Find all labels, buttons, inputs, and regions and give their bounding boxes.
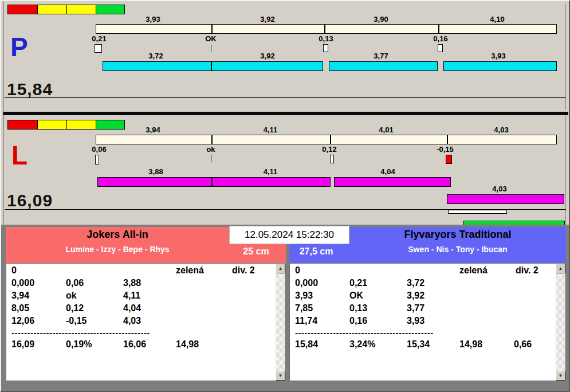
scroll-up-button[interactable]: ▲ xyxy=(276,264,285,273)
list-cell: 0,06 xyxy=(66,278,84,288)
lane-p-planned-label: 3,92 xyxy=(260,15,274,23)
list-total-cell: 16,09 xyxy=(11,339,34,350)
lane-p-deviation-label: 0,16 xyxy=(433,34,447,43)
list-cell: 0,21 xyxy=(349,278,367,288)
lane-l-planned-label: 4,11 xyxy=(264,126,278,134)
lane-l-pending-bar xyxy=(447,194,564,204)
list-total-cell: 16,06 xyxy=(123,339,146,350)
lane-l-actual-label: 3,88 xyxy=(148,167,163,176)
team-left-handicap: 25 cm xyxy=(230,246,282,257)
deviation-marker xyxy=(330,155,334,163)
bar-tick xyxy=(211,61,212,71)
list-cell: 11,74 xyxy=(295,316,317,326)
lane-l-pending-label: 4,03 xyxy=(492,185,506,193)
lane-p-actual-label: 3,93 xyxy=(491,52,505,60)
lane-p-actual-label: 3,77 xyxy=(374,52,388,60)
lane-l-deviation-label: 0,06 xyxy=(92,145,106,154)
colorbar-yellow-segment xyxy=(37,120,67,130)
lane-l-deviation-label: ok xyxy=(206,145,215,154)
colorbar-green-segment xyxy=(96,5,125,14)
bar-tick xyxy=(438,24,439,34)
lane-l-planned-label: 4,03 xyxy=(494,126,508,134)
list-cell: 4,11 xyxy=(123,291,140,301)
deviation-marker xyxy=(323,44,328,52)
list-total-cell: 0,66 xyxy=(514,339,532,350)
progress-white-bar xyxy=(448,210,507,214)
colorbar-red-segment xyxy=(7,120,38,130)
lane-p-actual-bar xyxy=(329,61,438,71)
list-total-cell: 14,98 xyxy=(459,339,482,350)
colorbar-yellow-segment xyxy=(37,5,67,14)
lane-p-actual-label: 3,72 xyxy=(148,52,163,60)
team-left-titles: Jokers All-in Lumine - Izzy - Bepe - Rhy… xyxy=(6,229,229,254)
team-right-listbox[interactable] xyxy=(289,263,566,381)
colorbar-green-segment xyxy=(96,120,125,130)
arrow-down-icon: ▼ xyxy=(278,373,283,378)
lane-p-deviation-label: 0,13 xyxy=(319,34,333,43)
lane-p-right-border xyxy=(565,3,566,109)
lane-p-planned-label: 3,90 xyxy=(374,15,388,23)
list-cell: 3,94 xyxy=(11,291,29,301)
lane-l-deviation-label: -0,15 xyxy=(437,145,454,154)
lane-p-planned-label: 4,10 xyxy=(490,15,504,23)
lane-l-total: 16,09 xyxy=(7,191,53,210)
list-cell: 8,05 xyxy=(11,303,29,313)
list-cell: ok xyxy=(66,291,77,301)
list-cell: 3,93 xyxy=(295,291,313,301)
list-cell: 12,06 xyxy=(11,316,34,326)
list-total-cell: 3,24% xyxy=(349,339,375,350)
bar-tick xyxy=(211,24,213,34)
team-left-listbox[interactable] xyxy=(6,263,286,381)
app-window: P 15,84 3,93 3,92 3,90 4,10 0,21 OK 0,13… xyxy=(0,0,570,392)
lane-p-deviation-label: OK xyxy=(205,34,217,43)
list-total-cell: 15,34 xyxy=(407,339,430,350)
scroll-up-button[interactable]: ▲ xyxy=(556,264,565,273)
scroll-down-button[interactable]: ▼ xyxy=(276,371,285,381)
team-right-titles: Flyvaryors Traditional Swen - Nis - Tony… xyxy=(349,229,566,254)
team-right-scrollbar[interactable]: ▲ ▼ xyxy=(556,264,565,381)
list-cell: 0,000 xyxy=(11,278,34,288)
lane-p-actual-bar xyxy=(443,61,557,71)
lane-p-total: 15,84 xyxy=(7,80,53,99)
list-cell: 4,03 xyxy=(123,316,141,326)
list-total-cell: 15,84 xyxy=(295,339,318,350)
list-cell: 4,04 xyxy=(123,303,141,313)
team-right-handicap: 27,5 cm xyxy=(290,246,342,257)
lane-p-actual-bar xyxy=(103,61,323,71)
list-total-cell: 14,98 xyxy=(176,339,199,350)
team-right-name: Flyvaryors Traditional xyxy=(349,229,566,241)
list-cell: 3,88 xyxy=(123,278,141,288)
lane-p-deviation-label: 0,21 xyxy=(92,34,106,43)
colorbar-red-segment xyxy=(7,5,38,14)
colorbar-yellow-segment xyxy=(66,5,96,14)
lane-p-planned-label: 3,93 xyxy=(146,15,160,23)
list-total-cell: 0,19% xyxy=(66,339,92,350)
team-left-scrollbar[interactable]: ▲ ▼ xyxy=(276,264,285,381)
list-cell: 0 xyxy=(11,265,17,276)
lane-p-underline xyxy=(5,97,566,98)
list-cell: OK xyxy=(349,291,363,301)
list-cell-division: div. 2 xyxy=(516,265,538,276)
team-left-players: Lumine - Izzy - Bepe - Rhys xyxy=(6,245,229,254)
lane-l-actual-bar xyxy=(334,177,451,187)
ok-tick-mark xyxy=(211,45,211,52)
lane-l-letter: L xyxy=(11,142,27,168)
arrow-up-icon: ▲ xyxy=(278,266,283,271)
team-left-name: Jokers All-in xyxy=(6,229,229,241)
list-cell: 0,12 xyxy=(66,303,84,313)
colorbar-yellow-segment xyxy=(66,120,96,130)
deviation-marker xyxy=(438,44,443,52)
lane-l-status-colorbar xyxy=(7,120,125,130)
list-cell: 0,000 xyxy=(295,278,318,288)
bar-tick xyxy=(330,135,331,144)
lane-l-right-border xyxy=(565,116,566,225)
lane-p-actual-label: 3,92 xyxy=(260,52,274,60)
scroll-down-button[interactable]: ▼ xyxy=(556,371,565,381)
lane-p-planned-bar xyxy=(96,24,557,34)
lane-p-status-colorbar xyxy=(7,5,125,14)
lane-l-actual-label: 4,04 xyxy=(380,167,395,176)
list-cell-color: zelená xyxy=(176,265,204,276)
lane-l-planned-label: 4,01 xyxy=(379,126,393,134)
lane-l-planned-bar xyxy=(96,135,557,144)
bar-tick xyxy=(447,135,448,144)
